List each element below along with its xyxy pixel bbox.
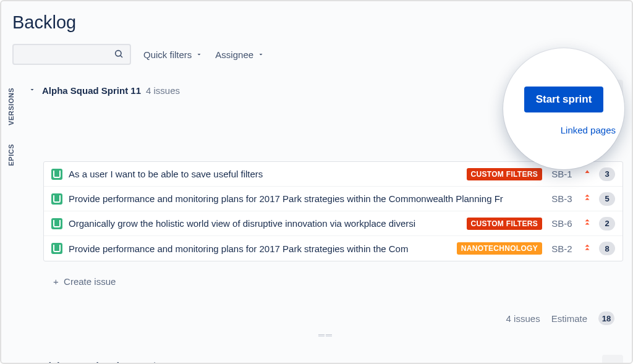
issue-key[interactable]: SB-3 [548, 193, 576, 204]
create-issue-button[interactable]: + Create issue [43, 270, 623, 293]
assignee-dropdown[interactable]: Assignee [215, 49, 265, 60]
side-tabs: VERSIONS EPICS [7, 88, 15, 166]
linked-pages-link[interactable]: Linked pages [561, 125, 616, 135]
versions-tab[interactable]: VERSIONS [7, 88, 15, 125]
chevron-down-icon [257, 51, 265, 58]
issue-title: As a user I want to be able to save usef… [69, 169, 461, 179]
footer-estimate-label: Estimate [551, 313, 587, 324]
story-icon [51, 193, 62, 205]
issue-title: Provide performance and monitoring plans… [69, 243, 451, 254]
sprint-header[interactable]: Alpha Squad Sprint 10 1 issue [28, 351, 623, 364]
sprint-issue-count: 1 issue [146, 360, 176, 365]
drag-handle-icon[interactable]: ══ [28, 329, 623, 341]
svg-line-1 [121, 56, 122, 57]
estimate-badge: 5 [599, 192, 615, 206]
sprint-footer: 4 issues Estimate 18 [28, 293, 623, 329]
issue-row[interactable]: Organically grow the holistic world view… [44, 211, 622, 236]
story-icon [51, 169, 62, 180]
more-icon [606, 359, 619, 364]
priority-highest-icon [582, 243, 593, 254]
priority-highest-icon [582, 193, 593, 204]
issue-key[interactable]: SB-6 [548, 218, 576, 229]
sprint-name: Alpha Squad Sprint 11 [42, 85, 141, 96]
assignee-label: Assignee [215, 49, 253, 60]
issue-row[interactable]: Provide performance and monitoring plans… [44, 236, 622, 261]
epics-tab[interactable]: EPICS [7, 144, 15, 166]
footer-estimate-total: 18 [598, 311, 614, 325]
sprint-name: Alpha Squad Sprint 10 [42, 360, 141, 365]
issue-row[interactable]: Provide performance and monitoring plans… [44, 187, 622, 211]
estimate-badge: 3 [599, 167, 615, 181]
epic-badge[interactable]: NANOTECHNOLOGY [457, 242, 542, 255]
quick-filters-label: Quick filters [143, 49, 192, 60]
epic-badge[interactable]: CUSTOM FILTERS [467, 218, 542, 230]
issue-row[interactable]: As a user I want to be able to save usef… [44, 162, 622, 187]
footer-issue-count: 4 issues [506, 313, 540, 324]
epic-badge[interactable]: CUSTOM FILTERS [467, 168, 542, 180]
create-issue-label: Create issue [64, 276, 116, 287]
zoom-highlight: Start sprint Linked pages [503, 48, 624, 169]
priority-highest-icon [582, 218, 593, 229]
page-title: Backlog [1, 1, 632, 38]
priority-medium-icon [582, 169, 593, 179]
search-input[interactable] [12, 44, 131, 65]
search-icon [114, 49, 124, 61]
issue-title: Organically grow the holistic world view… [69, 218, 461, 229]
issue-key[interactable]: SB-2 [548, 243, 576, 254]
estimate-badge: 2 [599, 217, 615, 231]
sprint-issue-count: 4 issues [146, 85, 180, 96]
issues-list: As a user I want to be able to save usef… [43, 161, 623, 261]
chevron-down-icon [195, 51, 203, 58]
start-sprint-button[interactable]: Start sprint [524, 87, 604, 112]
issue-title: Provide performance and monitoring plans… [69, 193, 542, 204]
quick-filters-dropdown[interactable]: Quick filters [143, 49, 203, 60]
sprint-more-button[interactable] [602, 355, 623, 364]
story-icon [51, 243, 62, 254]
chevron-down-icon [28, 85, 37, 95]
issue-key[interactable]: SB-1 [548, 169, 576, 179]
svg-point-0 [116, 50, 121, 56]
story-icon [51, 218, 62, 229]
chevron-down-icon [28, 360, 37, 364]
estimate-badge: 8 [599, 242, 615, 255]
